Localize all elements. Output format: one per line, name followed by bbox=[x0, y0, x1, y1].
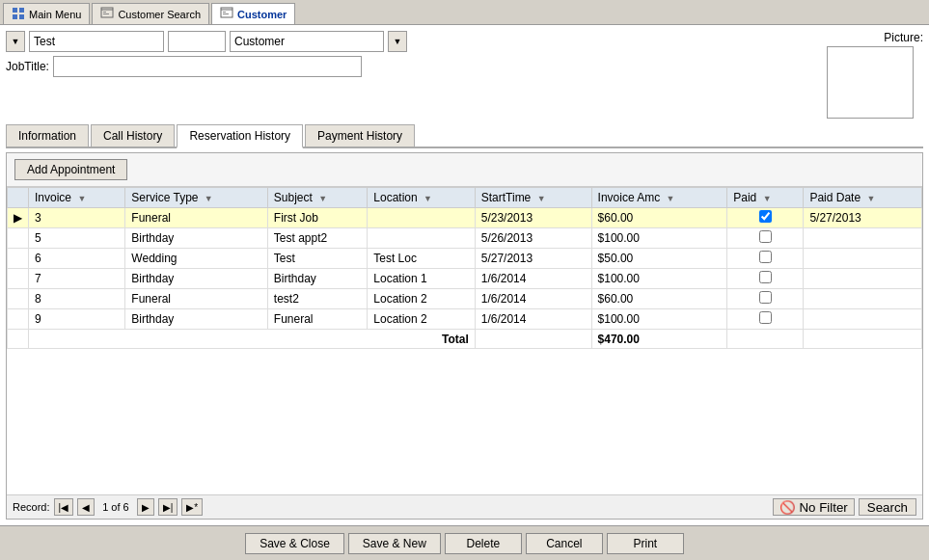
col-subject[interactable]: Subject ▼ bbox=[267, 188, 367, 208]
svg-rect-0 bbox=[13, 8, 17, 13]
cell-invoice-amount: $100.00 bbox=[591, 228, 727, 249]
cell-invoice: 8 bbox=[29, 289, 125, 309]
cell-paid[interactable] bbox=[727, 309, 804, 330]
row-indicator: ▶ bbox=[8, 208, 29, 228]
tab-main-menu[interactable]: Main Menu bbox=[3, 3, 90, 24]
col-invoice-label: Invoice bbox=[35, 191, 71, 204]
tab-information[interactable]: Information bbox=[6, 124, 89, 147]
paid-sort-icon: ▼ bbox=[763, 194, 772, 203]
location-sort-icon: ▼ bbox=[424, 194, 432, 203]
cell-location: Test Loc bbox=[368, 249, 475, 269]
col-invoice-amount-label: Invoice Amc bbox=[598, 191, 661, 204]
nav-new-btn[interactable]: ▶* bbox=[181, 498, 203, 516]
cell-paid-date: 5/27/2013 bbox=[804, 208, 922, 228]
total-paid bbox=[727, 330, 804, 349]
paid-checkbox[interactable] bbox=[759, 230, 772, 243]
picture-area: Picture: bbox=[827, 31, 923, 119]
first-name-input[interactable] bbox=[29, 31, 164, 52]
paid-checkbox[interactable] bbox=[759, 291, 772, 304]
print-button[interactable]: Print bbox=[607, 533, 684, 554]
table-row[interactable]: 8 Funeral test2 Location 2 1/6/2014 $60.… bbox=[8, 289, 922, 309]
jobtitle-label: JobTitle: bbox=[6, 60, 49, 73]
service-type-sort-icon: ▼ bbox=[205, 194, 213, 203]
jobtitle-input[interactable] bbox=[53, 56, 362, 77]
cell-service-type: Wedding bbox=[125, 249, 267, 269]
add-appointment-bar: Add Appointment bbox=[7, 153, 922, 187]
svg-rect-10 bbox=[223, 12, 226, 13]
cell-invoice-amount: $50.00 bbox=[591, 249, 727, 269]
tab-reservation-history[interactable]: Reservation History bbox=[177, 124, 303, 148]
col-indicator bbox=[8, 188, 29, 208]
cell-subject: First Job bbox=[267, 208, 367, 228]
col-paid-date[interactable]: Paid Date ▼ bbox=[804, 188, 922, 208]
tab-customer[interactable]: Customer bbox=[211, 3, 295, 24]
picture-label: Picture: bbox=[827, 31, 923, 44]
cell-starttime: 5/27/2013 bbox=[475, 249, 591, 269]
last-name-input[interactable] bbox=[230, 31, 384, 52]
table-row[interactable]: ▶ 3 Funeral First Job 5/23/2013 $60.00 5… bbox=[8, 208, 922, 228]
col-starttime[interactable]: StartTime ▼ bbox=[475, 188, 591, 208]
reservations-table: Invoice ▼ Service Type ▼ Subject ▼ Loc bbox=[7, 187, 922, 349]
title-dropdown-btn[interactable]: ▼ bbox=[6, 31, 25, 52]
paid-checkbox[interactable] bbox=[759, 210, 772, 223]
header-fields: ▼ ▼ JobTitle: bbox=[6, 31, 827, 81]
nav-prev-btn[interactable]: ◀ bbox=[77, 498, 95, 516]
add-appointment-button[interactable]: Add Appointment bbox=[14, 159, 127, 180]
cancel-button[interactable]: Cancel bbox=[526, 533, 603, 554]
nav-last-btn[interactable]: ▶| bbox=[158, 498, 178, 516]
inner-tabs: Information Call History Reservation His… bbox=[6, 124, 923, 148]
save-new-button[interactable]: Save & New bbox=[348, 533, 441, 554]
table-row[interactable]: 5 Birthday Test appt2 5/26/2013 $100.00 bbox=[8, 228, 922, 249]
paid-checkbox[interactable] bbox=[759, 251, 772, 263]
save-close-button[interactable]: Save & Close bbox=[245, 533, 344, 554]
reservation-history-panel: Add Appointment Invoice ▼ Service Type ▼ bbox=[6, 152, 923, 520]
invoice-amount-sort-icon: ▼ bbox=[667, 194, 675, 203]
delete-button[interactable]: Delete bbox=[445, 533, 522, 554]
cell-paid[interactable] bbox=[727, 249, 804, 269]
total-label: Total bbox=[29, 330, 476, 349]
no-filter-label: No Filter bbox=[799, 500, 847, 515]
col-paid[interactable]: Paid ▼ bbox=[727, 188, 804, 208]
cell-subject: test2 bbox=[267, 289, 367, 309]
col-location[interactable]: Location ▼ bbox=[368, 188, 475, 208]
col-service-type[interactable]: Service Type ▼ bbox=[125, 188, 267, 208]
cell-paid[interactable] bbox=[727, 269, 804, 289]
cell-paid[interactable] bbox=[727, 208, 804, 228]
col-invoice[interactable]: Invoice ▼ bbox=[29, 188, 125, 208]
cell-paid[interactable] bbox=[727, 289, 804, 309]
cell-service-type: Birthday bbox=[125, 309, 267, 330]
cell-invoice: 5 bbox=[29, 228, 125, 249]
total-spacer bbox=[475, 330, 591, 349]
paid-checkbox[interactable] bbox=[759, 311, 772, 324]
row-indicator bbox=[8, 309, 29, 330]
search-btn[interactable]: Search bbox=[859, 498, 916, 516]
cell-paid[interactable] bbox=[727, 228, 804, 249]
nav-next-btn[interactable]: ▶ bbox=[137, 498, 154, 516]
tab-customer-search[interactable]: Customer Search bbox=[92, 3, 209, 24]
cell-invoice: 6 bbox=[29, 249, 125, 269]
tab-payment-history[interactable]: Payment History bbox=[305, 124, 415, 147]
table-row[interactable]: 7 Birthday Birthday Location 1 1/6/2014 … bbox=[8, 269, 922, 289]
svg-rect-3 bbox=[19, 14, 24, 19]
paid-date-sort-icon: ▼ bbox=[866, 194, 875, 203]
cell-service-type: Funeral bbox=[125, 289, 267, 309]
cell-location bbox=[368, 228, 475, 249]
col-invoice-amount[interactable]: Invoice Amc ▼ bbox=[591, 188, 727, 208]
cell-invoice: 3 bbox=[29, 208, 125, 228]
svg-rect-6 bbox=[103, 12, 106, 13]
suffix-dropdown-btn[interactable]: ▼ bbox=[388, 31, 407, 52]
cell-subject: Test appt2 bbox=[267, 228, 367, 249]
cell-invoice: 7 bbox=[29, 269, 125, 289]
table-row[interactable]: 9 Birthday Funeral Location 2 1/6/2014 $… bbox=[8, 309, 922, 330]
total-row: Total $470.00 bbox=[8, 330, 922, 349]
table-row[interactable]: 6 Wedding Test Test Loc 5/27/2013 $50.00 bbox=[8, 249, 922, 269]
no-filter-btn[interactable]: 🚫 No Filter bbox=[773, 498, 854, 516]
middle-name-input[interactable] bbox=[168, 31, 226, 52]
tab-call-history[interactable]: Call History bbox=[91, 124, 175, 147]
col-service-type-label: Service Type bbox=[131, 191, 198, 204]
cell-location: Location 1 bbox=[368, 269, 475, 289]
nav-first-btn[interactable]: |◀ bbox=[54, 498, 74, 516]
col-subject-label: Subject bbox=[274, 191, 313, 204]
paid-checkbox[interactable] bbox=[759, 271, 772, 283]
row-indicator bbox=[8, 228, 29, 249]
